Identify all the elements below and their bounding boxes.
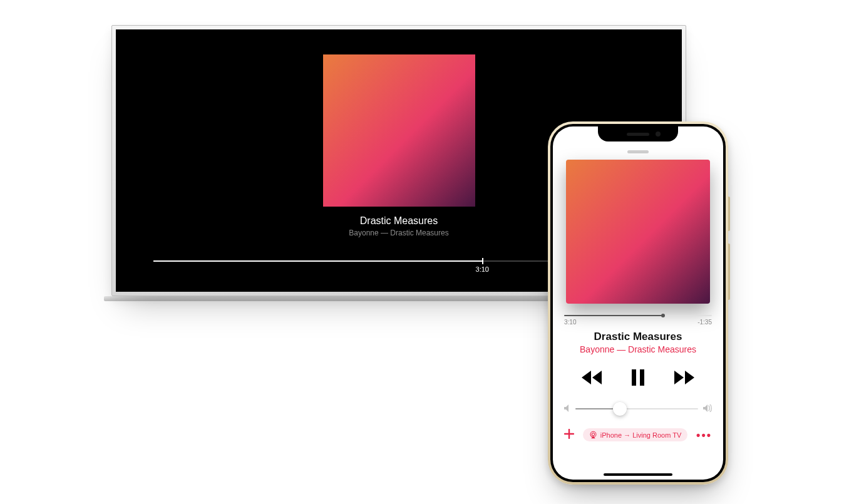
airplay-route-label: iPhone → Living Room TV (600, 431, 681, 439)
add-button[interactable] (564, 429, 574, 441)
svg-rect-1 (640, 369, 644, 386)
track-title: Drastic Measures (360, 215, 438, 227)
airplay-icon (589, 431, 597, 439)
volume-high-icon (703, 403, 712, 414)
pause-icon (631, 369, 645, 386)
airplay-route-button[interactable]: iPhone → Living Room TV (583, 428, 687, 441)
plus-icon (564, 429, 574, 439)
artist-album[interactable]: Bayonne — Drastic Measures (580, 344, 696, 354)
volume-low-icon (564, 403, 570, 414)
remaining-time: -1:35 (697, 319, 712, 326)
album-art[interactable] (566, 160, 710, 304)
previous-button[interactable] (581, 371, 602, 384)
volume-knob[interactable] (613, 402, 627, 416)
track-title: Drastic Measures (594, 331, 682, 343)
album-art (323, 54, 475, 207)
volume-slider[interactable] (564, 403, 712, 414)
next-button[interactable] (674, 371, 695, 384)
pause-button[interactable] (631, 369, 645, 386)
svg-point-3 (592, 433, 594, 436)
scrubber[interactable]: 3:10 -1:35 (564, 315, 712, 326)
sheet-grabber[interactable] (627, 150, 649, 153)
svg-rect-0 (632, 369, 636, 386)
elapsed-time: 3:10 (476, 265, 489, 273)
more-button[interactable]: ••• (696, 429, 712, 441)
music-now-playing-screen: 3:10 -1:35 Drastic Measures Bayonne — Dr… (553, 126, 723, 480)
elapsed-time: 3:10 (564, 319, 576, 326)
home-indicator[interactable] (604, 473, 672, 476)
artist-album: Bayonne — Drastic Measures (349, 229, 448, 237)
iphone-device: 3:10 -1:35 Drastic Measures Bayonne — Dr… (548, 121, 728, 485)
next-icon (674, 371, 695, 384)
previous-icon (581, 371, 602, 384)
notch (598, 126, 678, 141)
